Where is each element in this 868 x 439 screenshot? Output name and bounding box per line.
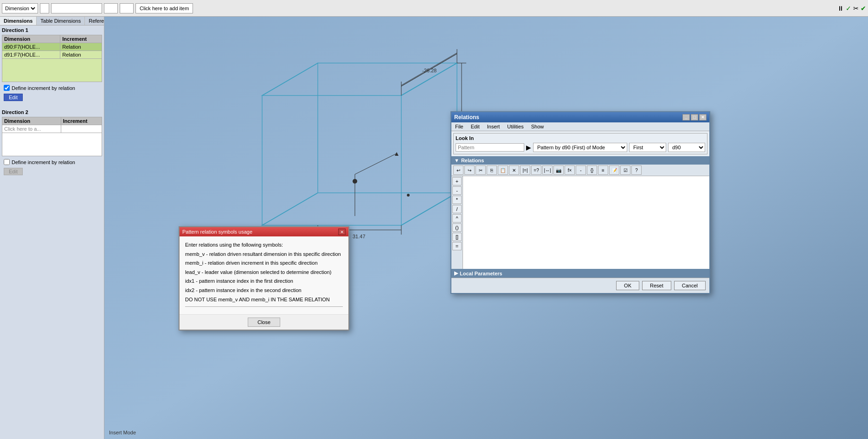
dialog-footer: OK Reset Cancel [451, 278, 709, 293]
equal-btn[interactable]: = [452, 242, 462, 250]
pattern-sym-5: DO NOT USE memb_v AND memb_i IN THE SAME… [185, 296, 343, 304]
svg-text:-26.28: -26.28 [422, 68, 437, 73]
dim-d90: d90:F7(HOLE... [2, 43, 60, 51]
fx-btn[interactable]: f× [565, 165, 575, 175]
relations-toolbar: ↩ ↪ ✂ ⎘ 📋 ✕ |=| =? |↔| 📷 f× - {} ≡ 📝 ☑ ? [451, 165, 709, 176]
dir2-checkbox-row: Define increment by relation [4, 159, 100, 165]
insert-mode-label: Insert Mode [109, 430, 136, 435]
tab-dimensions[interactable]: Dimensions [0, 17, 37, 25]
relations-textarea[interactable] [463, 176, 709, 269]
add-item-button[interactable]: Click here to add item [135, 3, 193, 13]
dim-d91: d91:F7(HOLE... [2, 51, 60, 59]
table-row[interactable]: d90:F7(HOLE... Relation [2, 43, 102, 51]
brace-btn[interactable]: {} [587, 165, 597, 175]
relations-dialog: Relations _ □ ✕ File Edit Insert Utiliti… [450, 111, 710, 294]
pattern-content: Enter relations using the following symb… [180, 236, 348, 314]
dir2-placeholder-inc [61, 125, 102, 133]
look-in-section: Look In ▶ Pattern by d90 (First) of Mode… [453, 133, 707, 154]
dir2-edit-button: Edit [4, 168, 23, 175]
relations-titlebar: Relations _ □ ✕ [451, 112, 709, 122]
direction2-section: Direction 2 Dimension Increment Click he… [0, 108, 104, 178]
paste-btn[interactable]: 📋 [498, 165, 508, 175]
toolbar-input-3[interactable]: 2 [104, 3, 118, 13]
tool7-btn[interactable]: 📝 [609, 165, 619, 175]
relations-section-label: Relations [461, 158, 484, 163]
dir1-checkbox-row: Define increment by relation [4, 85, 100, 91]
pattern-sym-2: lead_v - leader value (dimension selecte… [185, 268, 343, 277]
paren-btn[interactable]: () [452, 223, 462, 232]
pattern-dialog: Pattern relation symbols usage ✕ Enter r… [179, 226, 349, 331]
dir1-edit-button[interactable]: Edit [4, 94, 23, 101]
dir2-checkbox-label: Define increment by relation [12, 159, 75, 165]
scissors-icon[interactable]: ✂ [853, 5, 859, 12]
redo-btn[interactable]: ↪ [464, 165, 475, 175]
maximize-button[interactable]: □ [691, 114, 698, 121]
dir2-placeholder: Click here to a... [2, 125, 61, 133]
toolbar-input-1[interactable]: 1 [40, 3, 49, 13]
svg-text:31.47: 31.47 [353, 234, 366, 239]
inc-d90: Relation [60, 43, 102, 51]
items-count-input: 2 item(s) [51, 3, 102, 13]
div-btn[interactable]: / [452, 205, 462, 213]
direction2-label: Direction 2 [2, 109, 102, 115]
look-in-arrow-icon[interactable]: ▶ [526, 144, 531, 151]
toolbar-input-4[interactable]: 2 [120, 3, 134, 13]
dimension-select[interactable]: Dimension [3, 5, 37, 12]
pause-icon[interactable]: ⏸ [837, 5, 844, 12]
col-dimension: Dimension [2, 35, 60, 43]
check-icon[interactable]: ✓ [846, 5, 851, 12]
direction1-table: Dimension Increment d90:F7(HOLE... Relat… [2, 35, 102, 82]
col-increment: Increment [60, 35, 102, 43]
d90-select[interactable]: d90 [668, 143, 705, 152]
undo-btn[interactable]: ↩ [453, 165, 463, 175]
cancel-button[interactable]: Cancel [674, 281, 706, 290]
table-row[interactable]: d91:F7(HOLE... Relation [2, 51, 102, 59]
copy-btn[interactable]: ⎘ [487, 165, 497, 175]
pattern-close-footer-button[interactable]: Close [248, 318, 280, 327]
direction2-table: Dimension Increment Click here to a... [2, 117, 102, 156]
plus-btn[interactable]: + [452, 177, 462, 185]
checkmark2-icon[interactable]: ✔ [861, 5, 866, 12]
pattern-title: Pattern relation symbols usage [182, 229, 252, 235]
tool5-btn[interactable]: - [576, 165, 586, 175]
tool6-btn[interactable]: ≡ [598, 165, 608, 175]
tool8-btn[interactable]: ☑ [620, 165, 630, 175]
cut-btn[interactable]: ✂ [476, 165, 486, 175]
mode-select[interactable]: Pattern by d90 (First) of Mode [533, 143, 627, 152]
tool4-btn[interactable]: 📷 [553, 165, 564, 175]
tool3-btn[interactable]: |↔| [542, 165, 553, 175]
table-row-empty2[interactable]: Click here to a... [2, 125, 102, 133]
reset-button[interactable]: Reset [642, 281, 671, 290]
close-button[interactable]: ✕ [699, 114, 707, 121]
bracket-btn[interactable]: [] [452, 233, 462, 241]
pattern-close-button[interactable]: ✕ [338, 229, 346, 235]
minus-btn[interactable]: - [452, 186, 462, 195]
pattern-divider [185, 306, 343, 307]
local-params-section[interactable]: ▶ Local Parameters [451, 269, 709, 278]
menu-utilities[interactable]: Utilities [503, 123, 527, 130]
tab-table-dimensions[interactable]: Table Dimensions [37, 17, 85, 25]
left-panel: Dimensions Table Dimensions References T… [0, 17, 104, 439]
relations-section-header[interactable]: ▼ Relations [451, 156, 709, 165]
delete-btn[interactable]: ✕ [509, 165, 519, 175]
dir2-checkbox[interactable] [4, 159, 10, 165]
menu-file[interactable]: File [451, 123, 467, 130]
pattern-intro: Enter relations using the following symb… [185, 241, 343, 249]
direction1-section: Direction 1 Dimension Increment d90:F7(H… [0, 25, 104, 104]
first-select[interactable]: First [629, 143, 666, 152]
tool1-btn[interactable]: |=| [520, 165, 530, 175]
menu-show[interactable]: Show [527, 123, 548, 130]
help-btn[interactable]: ? [631, 165, 642, 175]
dimension-dropdown[interactable]: Dimension [2, 3, 38, 13]
minimize-button[interactable]: _ [682, 114, 690, 121]
tool2-btn[interactable]: =? [531, 165, 541, 175]
pow-btn[interactable]: ^ [452, 214, 462, 223]
menu-edit[interactable]: Edit [467, 123, 483, 130]
dir1-checkbox[interactable] [4, 85, 10, 91]
svg-point-22 [407, 194, 410, 197]
ok-button[interactable]: OK [616, 281, 639, 290]
mult-btn[interactable]: * [452, 196, 462, 204]
menu-insert[interactable]: Insert [483, 123, 504, 130]
pattern-input[interactable] [456, 143, 524, 152]
top-toolbar: Dimension 1 2 item(s) 2 2 Click here to … [0, 0, 868, 17]
